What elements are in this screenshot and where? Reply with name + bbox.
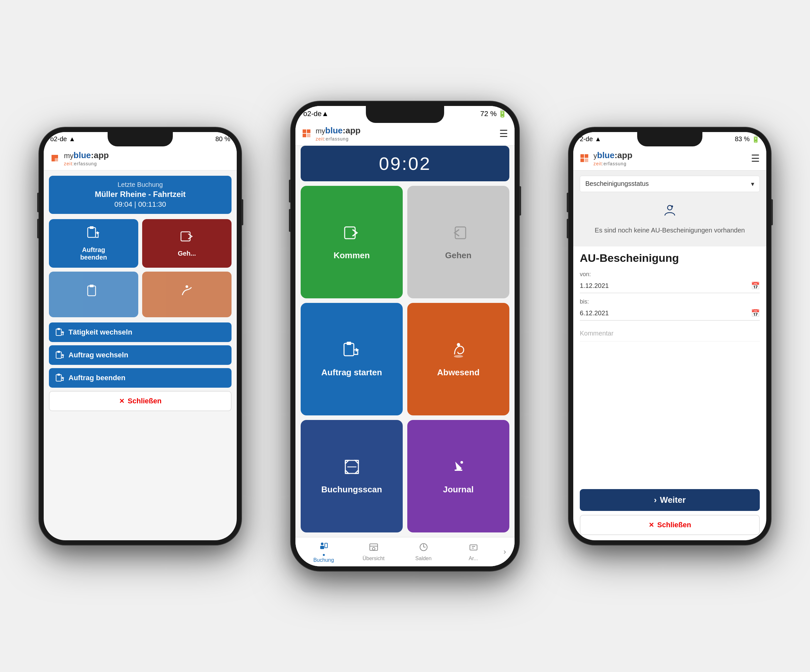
auftrag-beenden-tile[interactable]: Auftragbeenden xyxy=(49,219,138,268)
gehen-tile[interactable]: Geh... xyxy=(142,219,231,268)
right-app-header: y blue :app zeit:erfassung ☰ xyxy=(573,147,766,171)
journal-tile[interactable]: Journal xyxy=(407,420,510,532)
tile-3[interactable] xyxy=(49,272,138,317)
von-value-row[interactable]: 1.12.2021 📅 xyxy=(580,279,760,293)
svg-rect-48 xyxy=(585,154,588,158)
last-booking-time: 09:04 | 00:11:30 xyxy=(56,200,225,209)
scene: o2-de ▲ 80 % xyxy=(0,0,810,672)
logo-my: my xyxy=(64,152,73,160)
nav-ubersicht[interactable]: Übersicht xyxy=(349,539,398,565)
von-calendar-icon: 📅 xyxy=(751,282,760,290)
auftrag-beenden-label2: Auftrag beenden xyxy=(69,374,125,382)
nav-ar-label: Ar... xyxy=(469,555,478,561)
close-x-right: ✕ xyxy=(649,521,654,529)
nav-ubersicht-label: Übersicht xyxy=(363,555,385,561)
phone-center: o2-de ▲ 72 % 🔋 xyxy=(291,101,519,571)
center-logo-app: :app xyxy=(343,125,361,136)
gehen-icon-center xyxy=(449,224,467,246)
close-x-left: ✕ xyxy=(119,397,125,405)
last-booking-title: Müller Rheine - Fahrtzeit xyxy=(56,190,225,199)
svg-rect-26 xyxy=(344,343,354,356)
carrier-text: o2-de xyxy=(50,135,67,143)
right-battery-icon: 🔋 xyxy=(752,135,760,143)
dropdown-label: Bescheinigungsstatus xyxy=(586,180,649,187)
status-right: 80 % xyxy=(215,135,230,143)
nav-ar[interactable]: Ar... xyxy=(448,539,498,565)
weiter-btn[interactable]: › Weiter xyxy=(580,489,760,511)
hamburger-menu[interactable]: ☰ xyxy=(499,128,508,139)
svg-rect-8 xyxy=(88,286,96,296)
abwesend-label: Abwesend xyxy=(437,368,479,378)
taetigkeit-wechseln-btn[interactable]: Tätigkeit wechseln xyxy=(49,322,231,342)
buchungsscan-icon xyxy=(343,458,361,480)
bis-label: bis: xyxy=(580,298,760,305)
gehen-icon xyxy=(180,229,194,247)
schliessen-label-left: Schließen xyxy=(128,397,162,405)
logo-area: my blue :app zeit:erfassung xyxy=(50,150,109,166)
svg-rect-4 xyxy=(88,228,96,237)
svg-rect-44 xyxy=(470,545,477,550)
svg-point-10 xyxy=(186,285,188,288)
logo-sub-colon: zeit xyxy=(64,161,73,166)
auftrag-icon xyxy=(86,226,101,243)
svg-rect-36 xyxy=(320,546,324,549)
right-logo-blue: blue xyxy=(597,150,614,160)
right-status-left: 2-de ▲ xyxy=(580,135,601,143)
von-label: von: xyxy=(580,271,760,278)
svg-rect-24 xyxy=(345,227,355,239)
right-bottom: › Weiter ✕ Schließen xyxy=(573,484,766,540)
right-vol-down xyxy=(567,219,569,238)
center-app-header: my blue :app zeit:erfassung ☰ xyxy=(295,122,515,146)
auftrag-wechseln-label: Auftrag wechseln xyxy=(69,351,128,359)
auftrag-beenden-btn[interactable]: Auftrag beenden xyxy=(49,368,231,388)
nav-more-btn[interactable]: › xyxy=(498,547,511,556)
gehen-tile-center[interactable]: Gehen xyxy=(407,186,510,298)
right-logo-container: y blue :app zeit:erfassung xyxy=(594,150,632,166)
nav-buchung-label: Buchung xyxy=(313,557,334,563)
svg-point-29 xyxy=(457,343,460,346)
logo-sub: zeit:erfassung xyxy=(64,161,109,166)
empty-text: Es sind noch keine AU-Bescheinigungen vo… xyxy=(595,226,745,235)
gehen-label-center: Gehen xyxy=(445,250,471,260)
buchungsscan-tile[interactable]: Buchungsscan xyxy=(300,420,403,532)
bescheinigungsstatus-dropdown[interactable]: Bescheinigungsstatus ▾ xyxy=(580,176,760,192)
right-logo-my: y xyxy=(594,152,597,160)
schliessen-btn-left[interactable]: ✕ Schließen xyxy=(49,391,231,411)
tile-4[interactable] xyxy=(142,272,231,317)
bottom-nav: Buchung Übersicht xyxy=(295,537,515,566)
svg-rect-1 xyxy=(55,155,58,158)
phone-center-screen: o2-de ▲ 72 % 🔋 xyxy=(295,106,515,566)
center-logo-blue: blue xyxy=(325,125,343,136)
center-app: o2-de ▲ 72 % 🔋 xyxy=(295,106,515,566)
schliessen-btn-right[interactable]: ✕ Schließen xyxy=(580,515,760,535)
taetigkeit-wechseln-label: Tätigkeit wechseln xyxy=(69,328,132,336)
svg-rect-22 xyxy=(303,134,306,137)
auftrag-wechseln-btn[interactable]: Auftrag wechseln xyxy=(49,345,231,365)
right-hamburger[interactable]: ☰ xyxy=(751,153,760,164)
left-app: o2-de ▲ 80 % xyxy=(44,132,237,540)
kommen-tile[interactable]: Kommen xyxy=(300,186,403,298)
tile4-icon xyxy=(180,284,194,301)
au-section-title: AU-Bescheinigung xyxy=(580,252,760,264)
center-battery: 72 % xyxy=(480,110,497,118)
journal-label: Journal xyxy=(443,485,474,495)
left-app-header: my blue :app zeit:erfassung xyxy=(44,147,237,171)
svg-rect-25 xyxy=(455,227,466,239)
auftrag-beenden-label: Auftragbeenden xyxy=(80,246,107,261)
right-power xyxy=(771,199,773,225)
vol-up-button xyxy=(37,193,39,212)
nav-salden[interactable]: Salden xyxy=(398,539,448,565)
notch-center xyxy=(366,106,444,123)
svg-rect-2 xyxy=(52,158,55,161)
svg-point-30 xyxy=(454,355,463,358)
abwesend-tile[interactable]: Abwesend xyxy=(407,303,510,415)
kommentar-field[interactable]: Kommentar xyxy=(580,326,760,341)
auftrag-starten-tile[interactable]: Auftrag starten xyxy=(300,303,403,415)
svg-rect-0 xyxy=(52,155,55,158)
no-docs-icon xyxy=(662,202,678,222)
nav-buchung[interactable]: Buchung xyxy=(299,537,349,566)
bis-value-row[interactable]: 6.12.2021 📅 xyxy=(580,307,760,321)
right-wifi-icon: ▲ xyxy=(595,135,601,143)
svg-rect-21 xyxy=(307,130,310,133)
svg-point-35 xyxy=(321,542,324,545)
